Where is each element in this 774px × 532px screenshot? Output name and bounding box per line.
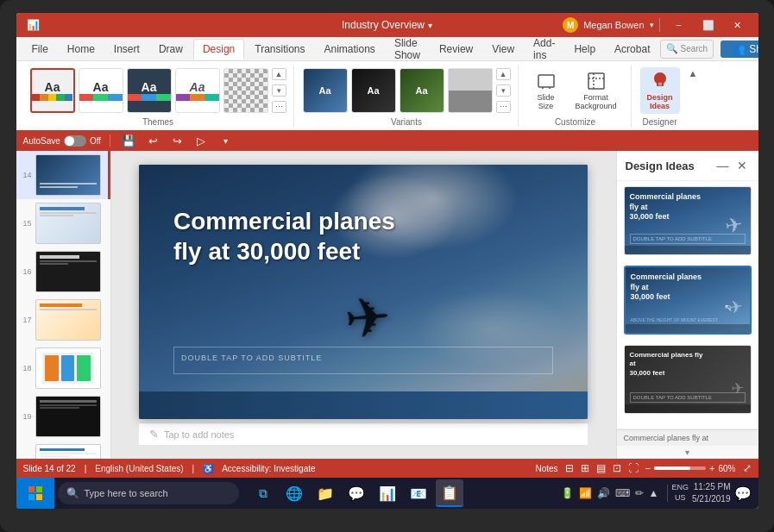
design-ideas-button[interactable]: DesignIdeas [640, 67, 680, 114]
variant-scroll-buttons[interactable]: ▲ ▾ ⋯ [496, 68, 511, 113]
theme-btn-2[interactable]: Aa [79, 68, 123, 113]
tab-help[interactable]: Help [565, 40, 604, 59]
variant-4[interactable] [448, 68, 493, 113]
up-arrow-icon[interactable]: ▲ [649, 487, 659, 499]
view-outline-icon[interactable]: ⊞ [581, 462, 589, 474]
variant-scroll-up[interactable]: ▲ [496, 68, 511, 80]
taskbar-teams-icon[interactable]: 💬 [343, 479, 370, 507]
theme-scroll-down[interactable]: ▾ [272, 84, 286, 97]
dropdown-icon[interactable]: ▾ [428, 21, 432, 30]
slide-thumb-19[interactable]: 19 [16, 392, 110, 441]
minimize-button[interactable]: − [665, 16, 693, 34]
customize-qa-button[interactable]: ▾ [216, 131, 235, 150]
slide-thumb-17[interactable]: 17 [16, 296, 110, 344]
taskbar-search[interactable]: 🔍 Type here to search [58, 482, 239, 504]
zoom-slider[interactable] [654, 466, 706, 470]
slide-thumb-14[interactable]: 14 [16, 151, 110, 199]
tab-animations[interactable]: Animations [316, 40, 384, 59]
di-text-2: ABOVE THE HEIGHT OF MOUNT EVEREST [631, 317, 745, 322]
variant-2[interactable]: Aa [351, 68, 396, 113]
username: Megan Bowen [583, 20, 644, 30]
fullscreen-icon[interactable]: ⛶ [628, 462, 639, 474]
variant-1[interactable]: Aa [303, 68, 348, 113]
slide-size-button[interactable]: SlideSize [527, 67, 565, 114]
tab-file[interactable]: File [23, 40, 57, 59]
slide-thumb-18[interactable]: 18 [16, 344, 110, 392]
zoom-level[interactable]: 60% [718, 464, 735, 473]
system-clock[interactable]: 11:25 PM 5/21/2019 [692, 481, 731, 505]
tab-slideshow[interactable]: Slide Show [386, 34, 429, 65]
slide-subtitle[interactable]: DOUBLE TAP TO ADD SUBTITLE [173, 347, 553, 374]
variant-scroll-down[interactable]: ▾ [496, 84, 511, 97]
slide-thumb-16[interactable]: 16 [16, 247, 110, 296]
variant-more[interactable]: ⋯ [496, 101, 511, 113]
theme-btn-1[interactable]: Aa [30, 68, 75, 113]
ribbon-collapse[interactable]: ▲ [689, 65, 698, 127]
theme-scroll-buttons[interactable]: ▲ ▾ ⋯ [272, 68, 286, 113]
restore-button[interactable]: ⬜ [695, 16, 722, 34]
designer-group: DesignIdeas Designer [633, 65, 687, 127]
taskbar-excel-icon[interactable]: 📊 [374, 479, 401, 507]
slide-panel: 14 15 [16, 151, 111, 459]
start-button[interactable] [16, 478, 54, 509]
theme-btn-4[interactable]: Aa [175, 68, 220, 113]
title-bar-center: Industry Overview ▾ [342, 19, 432, 31]
undo-button[interactable]: ↩ [143, 131, 162, 150]
design-idea-3[interactable]: ✈ Commercial planes fly at30,000 feet DO… [624, 345, 752, 414]
theme-btn-5[interactable] [223, 68, 268, 113]
user-profile[interactable]: M Megan Bowen ▾ [563, 17, 653, 33]
taskbar-edge-icon[interactable]: 🌐 [280, 479, 308, 507]
tab-view[interactable]: View [483, 40, 523, 59]
tab-insert[interactable]: Insert [105, 40, 148, 59]
slide-img-14 [35, 154, 101, 196]
tab-draw[interactable]: Draw [150, 40, 192, 59]
slide-thumb-15[interactable]: 15 [16, 199, 110, 247]
accessibility-status[interactable]: Accessibility: Investigate [222, 464, 315, 473]
slide-img-18 [35, 347, 101, 389]
slide-thumb-20[interactable]: 20 [16, 441, 110, 459]
tab-acrobat[interactable]: Acrobat [606, 40, 658, 59]
panel-minimize-button[interactable]: — [715, 158, 731, 173]
tab-transitions[interactable]: Transitions [246, 40, 313, 59]
variant-3[interactable]: Aa [400, 68, 444, 113]
panel-scroll-down[interactable]: ▾ [617, 446, 758, 459]
tab-review[interactable]: Review [431, 40, 481, 59]
status-right: Notes ⊟ ⊞ ▤ ⊡ ⛶ − + 60% ⤢ [535, 462, 751, 474]
task-view-button[interactable]: ⧉ [249, 479, 277, 507]
design-idea-1[interactable]: ✈ Commercial planes fly at30,000 feet DO… [624, 186, 752, 255]
share-button[interactable]: 👥 Share [721, 41, 758, 58]
fit-slide-icon[interactable]: ⤢ [743, 462, 752, 474]
panel-close-button[interactable]: ✕ [734, 158, 750, 173]
zoom-in-button[interactable]: + [709, 463, 714, 473]
theme-btn-3[interactable]: Aa [127, 68, 172, 113]
svg-rect-0 [538, 75, 554, 87]
theme-more[interactable]: ⋯ [272, 101, 286, 113]
zoom-out-button[interactable]: − [645, 463, 651, 473]
notes-bar[interactable]: ✎ Tap to add notes [139, 422, 588, 445]
autosave-toggle[interactable] [64, 135, 86, 147]
language-status[interactable]: English (United States) [95, 464, 183, 473]
view-normal-icon[interactable]: ⊟ [565, 462, 574, 474]
main-slide[interactable]: ✈ Commercial planes fly at 30,000 feet D… [139, 165, 588, 419]
tab-design[interactable]: Design [193, 39, 244, 59]
redo-button[interactable]: ↪ [167, 131, 186, 150]
themes-label: Themes [142, 116, 173, 127]
format-background-button[interactable]: FormatBackground [569, 67, 624, 114]
tab-home[interactable]: Home [59, 40, 104, 59]
present-button[interactable]: ▷ [192, 131, 211, 150]
view-slide-icon[interactable]: ▤ [596, 462, 606, 474]
canvas-area: ✈ Commercial planes fly at 30,000 feet D… [111, 151, 616, 459]
tab-addins[interactable]: Add-ins [525, 34, 563, 65]
close-button[interactable]: ✕ [724, 16, 752, 34]
slide-title[interactable]: Commercial planes fly at 30,000 feet [173, 206, 398, 266]
notification-button[interactable]: 💬 [734, 485, 752, 502]
taskbar-explorer-icon[interactable]: 📁 [311, 479, 339, 507]
view-reading-icon[interactable]: ⊡ [613, 462, 621, 474]
save-button[interactable]: 💾 [119, 131, 138, 150]
search-box[interactable]: 🔍 Search [660, 40, 714, 59]
taskbar-outlook-icon[interactable]: 📧 [405, 479, 432, 507]
notes-button[interactable]: Notes [535, 464, 557, 473]
taskbar-powerpoint-icon[interactable]: 📋 [436, 479, 463, 507]
theme-scroll-up[interactable]: ▲ [272, 68, 286, 80]
design-idea-2[interactable]: ✈ Commercial planes fly at30,000 feet AB… [624, 266, 752, 335]
